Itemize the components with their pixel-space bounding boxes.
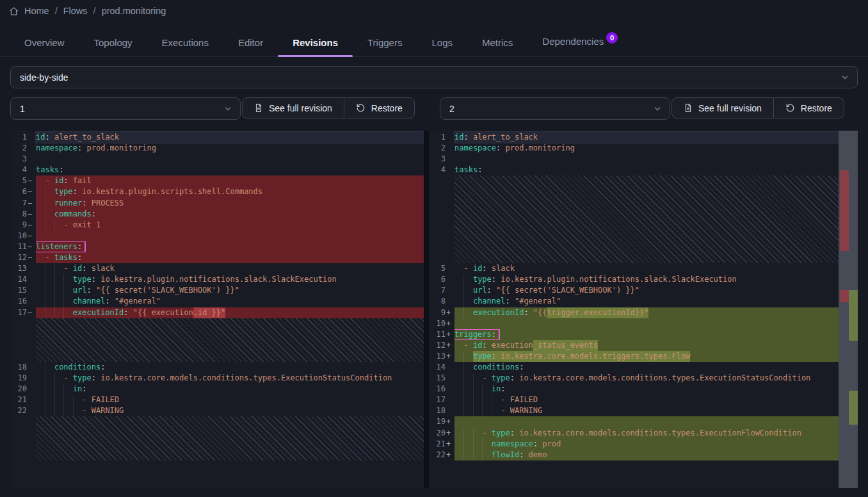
code-content <box>454 154 858 165</box>
code-line: 1id: alert_to_slack <box>429 132 858 143</box>
diff-marker: + <box>446 340 454 351</box>
restore-icon <box>356 103 366 113</box>
line-number: 10 <box>429 318 446 329</box>
line-number: 10 <box>10 231 27 241</box>
line-number: 12 <box>10 252 27 263</box>
code-line: 6− type: io.kestra.plugin.scripts.shell.… <box>10 186 424 197</box>
right-restore-button[interactable]: Restore <box>773 97 844 118</box>
tab-editor[interactable]: Editor <box>223 31 278 56</box>
left-revision-select[interactable]: 1 <box>10 97 241 120</box>
code-line: 14 type: io.kestra.plugin.notifications.… <box>10 274 424 285</box>
code-content: tasks: <box>454 165 858 175</box>
code-content <box>36 231 424 241</box>
code-content: - type: io.kestra.core.models.conditions… <box>454 373 858 384</box>
chevron-down-icon <box>840 73 849 82</box>
tab-label: Dependencies <box>542 36 604 47</box>
tab-label: Logs <box>431 37 453 48</box>
line-number: 14 <box>10 274 27 285</box>
line-number: 8 <box>429 296 446 307</box>
line-number: 22 <box>10 405 27 416</box>
code-content: runner: PROCESS <box>36 198 424 209</box>
right-revision-select[interactable]: 2 <box>440 97 670 120</box>
tab-overview[interactable]: Overview <box>10 31 79 56</box>
breadcrumb-item-current: prod.monitoring <box>102 6 166 16</box>
left-revision-controls: 1 See full revision Restore <box>10 97 428 120</box>
code-line: 2namespace: prod.monitoring <box>429 143 858 154</box>
line-number: 7 <box>10 198 27 209</box>
line-number: 8 <box>10 209 27 220</box>
breadcrumb-item-home[interactable]: Home <box>24 6 49 16</box>
line-number: 2 <box>10 143 27 154</box>
home-icon[interactable] <box>9 6 19 16</box>
code-content: namespace: prod.monitoring <box>454 143 858 154</box>
diff-marker <box>27 165 36 175</box>
diff-filler <box>10 416 424 460</box>
code-content: - WARNING <box>454 405 858 416</box>
tab-logs[interactable]: Logs <box>417 31 467 56</box>
tab-bar: Overview Topology Executions Editor Revi… <box>0 29 868 57</box>
left-see-full-revision-button[interactable]: See full revision <box>242 97 344 118</box>
code-content: commands: <box>36 209 424 220</box>
tab-label: Metrics <box>482 37 513 48</box>
code-line: 5− - id: fail <box>10 175 424 186</box>
diff-marker: + <box>446 416 454 427</box>
line-number: 19 <box>429 416 446 427</box>
code-content: executionId: "{{ execution.id }}" <box>36 307 424 318</box>
code-content: type: io.kestra.plugin.scripts.shell.Com… <box>36 186 424 197</box>
diff-marker <box>27 263 36 274</box>
chevron-down-icon <box>653 104 662 113</box>
code-content: in: <box>454 384 858 395</box>
tab-executions[interactable]: Executions <box>147 31 223 56</box>
breadcrumb-item-flows[interactable]: Flows <box>63 6 88 16</box>
code-line: 3 <box>10 154 424 165</box>
line-number: 3 <box>429 154 446 165</box>
code-content: - id: execution_status_events <box>454 340 858 351</box>
code-content: - tasks: <box>36 252 424 263</box>
line-number: 20 <box>429 428 446 439</box>
line-number: 16 <box>429 384 446 395</box>
diff-marker <box>27 154 36 165</box>
see-full-revision-label: See full revision <box>269 103 332 113</box>
tab-topology[interactable]: Topology <box>79 31 147 56</box>
tab-label: Editor <box>238 37 263 48</box>
code-content: in: <box>36 384 424 395</box>
line-number: 16 <box>10 296 27 307</box>
tab-label: Overview <box>24 37 65 48</box>
code-line: 15 url: "{{ secret('SLACK_WEBHOOK') }}" <box>10 285 424 296</box>
pane-divider[interactable] <box>424 131 429 488</box>
tab-metrics[interactable]: Metrics <box>467 31 527 56</box>
diff-marker <box>27 274 36 285</box>
diff-marker <box>446 384 454 395</box>
right-see-full-revision-button[interactable]: See full revision <box>671 97 774 118</box>
diff-marker <box>27 132 36 143</box>
code-content: conditions: <box>454 362 858 373</box>
code-content: type: io.kestra.plugin.notifications.sla… <box>454 274 858 285</box>
tab-revisions[interactable]: Revisions <box>278 31 353 56</box>
revision-diff-editor: 1id: alert_to_slack2namespace: prod.moni… <box>10 131 858 488</box>
left-restore-button[interactable]: Restore <box>344 97 415 118</box>
diff-marker: − <box>27 220 36 231</box>
diff-pane-original[interactable]: 1id: alert_to_slack2namespace: prod.moni… <box>10 131 424 488</box>
code-line: 18 - WARNING <box>429 405 858 416</box>
code-line: 8 channel: "#general" <box>429 296 858 307</box>
code-line: 5 - id: slack <box>429 263 858 274</box>
tab-triggers[interactable]: Triggers <box>353 31 417 56</box>
diff-marker: + <box>446 351 454 362</box>
code-line: 15 - type: io.kestra.core.models.conditi… <box>429 373 858 384</box>
diff-marker <box>446 154 454 165</box>
code-content: - WARNING <box>36 405 424 416</box>
diff-marker <box>446 274 454 285</box>
line-number: 5 <box>429 263 446 274</box>
see-full-revision-label: See full revision <box>698 103 762 113</box>
code-line: 16 channel: "#general" <box>10 296 424 307</box>
code-line: 21+ namespace: prod <box>429 439 858 450</box>
diff-pane-modified[interactable]: 1id: alert_to_slack2namespace: prod.moni… <box>429 131 858 488</box>
diff-marker <box>27 405 36 416</box>
code-line: 22 - WARNING <box>10 405 424 416</box>
code-content: conditions: <box>36 362 424 373</box>
line-number: 18 <box>10 362 27 373</box>
tab-dependencies[interactable]: Dependencies0 <box>527 29 632 56</box>
code-content: type: io.kestra.core.models.triggers.typ… <box>454 351 858 362</box>
diff-mode-select[interactable]: side-by-side <box>10 66 858 88</box>
diff-marker <box>27 373 36 384</box>
